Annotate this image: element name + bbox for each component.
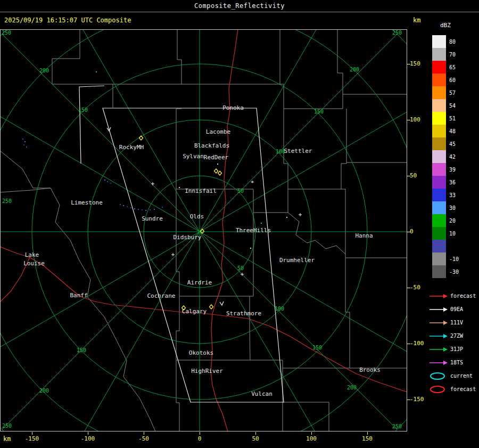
city-label: Airdrie <box>187 279 212 286</box>
colorbar-row: 42 <box>432 150 459 163</box>
county-boundary-line <box>176 360 179 431</box>
arrow-head <box>443 307 448 312</box>
colorbar-segment-label: 36 <box>449 180 456 185</box>
x-axis-tick <box>255 432 256 435</box>
city-label: Banff <box>70 292 87 299</box>
city-label: Strathmore <box>226 310 261 317</box>
legend-arrow-icon <box>429 345 448 354</box>
x-axis-tick-label: -150 <box>25 435 39 442</box>
weak-echo-pixel <box>150 209 151 210</box>
weak-echo-pixel <box>127 206 128 207</box>
city-label: Blackfalds <box>194 142 229 149</box>
x-axis-tick-label: 100 <box>306 435 317 442</box>
colorbar-segment-label: 45 <box>449 141 456 147</box>
asterisk-marker: * <box>251 180 254 186</box>
radial-line <box>200 92 407 232</box>
city-label: Sundre <box>142 215 163 222</box>
city-label: RockyMH <box>119 144 144 151</box>
weak-echo-pixel <box>23 144 24 145</box>
x-axis-unit-label: km <box>3 435 11 443</box>
weak-echo-pixel <box>154 209 155 210</box>
colorbar-row: -10 <box>432 252 459 265</box>
range-ring-label: 50 <box>237 265 244 271</box>
weak-echo-pixel <box>138 209 139 210</box>
ellipse-shape <box>431 386 444 393</box>
dot-marker <box>286 217 287 218</box>
colorbar-row: -30 <box>432 265 459 278</box>
city-label: Lake <box>25 251 39 258</box>
colorbar-segment-label: 42 <box>449 154 456 160</box>
city-label: Sylvan <box>183 153 204 160</box>
colorbar-row: 30 <box>432 201 459 214</box>
ellipse-shape <box>431 373 444 379</box>
city-label: Calgary <box>182 308 207 315</box>
county-boundary-line <box>0 151 51 188</box>
legend-item-label: 31JP <box>450 346 463 352</box>
dot-marker <box>179 187 180 188</box>
colorbar-row <box>432 240 459 252</box>
x-axis-tick <box>144 432 144 435</box>
legend-item: forecast <box>429 289 476 303</box>
colorbar-row: 65 <box>432 61 459 74</box>
colorbar-segment-label: 51 <box>449 116 456 121</box>
legend-item-label: 111V <box>450 320 463 325</box>
city-label: Vulcan <box>251 390 272 397</box>
legend-item-label: forecast <box>450 386 476 392</box>
city-label: Didsbury <box>174 234 202 241</box>
y-axis-tick <box>407 288 410 288</box>
plus-marker <box>299 213 302 216</box>
colorbar-segment-label: 30 <box>449 205 456 211</box>
colorbar-segment <box>432 74 446 86</box>
city-label: ThreeHills <box>236 227 271 234</box>
y-axis-tick <box>407 120 410 120</box>
colorbar-segment-label: 39 <box>449 167 456 173</box>
city-label: Limestone <box>71 199 103 206</box>
legend-item: forecast <box>429 382 476 396</box>
city-label: Okotoks <box>189 349 213 356</box>
city-label: Cochrane <box>147 292 176 299</box>
colorbar-row: 57 <box>432 86 459 99</box>
colorbar-segment <box>432 214 446 227</box>
colorbar-segment <box>432 252 446 265</box>
legend-item: 31JP <box>429 343 476 356</box>
plus-marker <box>171 253 175 256</box>
colorbar-segment-label: -30 <box>449 269 459 275</box>
colorbar-row: 70 <box>432 48 459 61</box>
y-axis-unit-label: km <box>413 17 420 24</box>
legend-arrow-icon <box>429 292 448 300</box>
weak-echo-pixel <box>22 139 23 140</box>
colorbar-row: 60 <box>432 74 459 86</box>
x-axis-tick <box>367 432 368 435</box>
y-axis-tick-label: 50 <box>410 172 417 179</box>
station-diamond-marker <box>210 305 213 309</box>
arrow-head <box>443 294 448 298</box>
colorbar-row: 80 <box>432 35 459 48</box>
weak-echo-pixel <box>158 208 159 209</box>
colorbar-segment <box>432 35 446 48</box>
window-title: Composite_Reflectivity <box>194 2 285 10</box>
colorbar-segment <box>432 125 446 137</box>
range-ring-label: 250 <box>2 30 11 36</box>
county-boundary-line <box>341 189 407 258</box>
colorbar-row: 51 <box>432 112 459 125</box>
legend-arrow-icon <box>429 305 448 314</box>
legend-arrow-icon <box>429 359 448 367</box>
colorbar-row: 45 <box>432 137 459 150</box>
colorbar-segment <box>432 61 446 74</box>
y-axis-tick <box>407 344 410 344</box>
y-axis-tick-label: -100 <box>410 340 424 347</box>
plus-marker <box>151 182 154 185</box>
colorbar-segment-label: 48 <box>449 128 456 134</box>
x-axis-tick <box>32 432 32 435</box>
range-ring-label: 150 <box>78 107 88 113</box>
x-axis-tick <box>311 432 312 435</box>
radar-map[interactable]: 2502001502502001501005025050100150200250… <box>0 29 407 431</box>
arrow-head <box>443 361 448 365</box>
weak-echo-pixel <box>120 204 121 205</box>
y-axis-tick-label: -50 <box>410 284 420 291</box>
city-label: Brooks <box>359 366 381 373</box>
x-axis-tick-label: 50 <box>252 435 259 442</box>
colorbar-segment <box>432 99 446 112</box>
range-ring-label: 250 <box>2 198 12 204</box>
city-label: Drumheller <box>279 257 315 264</box>
